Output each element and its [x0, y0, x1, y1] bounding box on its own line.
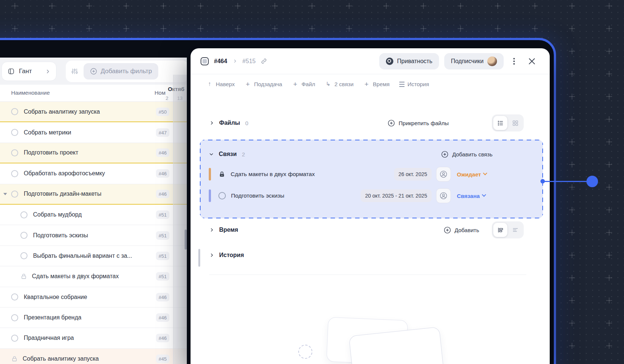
assignee-button[interactable] [436, 167, 451, 182]
assignee-button[interactable] [436, 188, 451, 203]
task-title: Собрать метрики [24, 129, 71, 136]
task-row[interactable]: Обработать аэрофотосъемку #46 [0, 163, 187, 184]
task-status-circle-icon[interactable] [11, 149, 18, 156]
time-section-row: Время Добавить [191, 221, 550, 238]
relations-header: Связи 2 Добавить связь [209, 145, 495, 163]
timeline-view-button[interactable] [493, 223, 507, 237]
task-status-circle-icon[interactable] [11, 108, 18, 115]
task-row[interactable]: Сдать макеты в двух форматах #51 [0, 266, 187, 287]
filter-bar: Добавить фильтр [66, 61, 187, 82]
chevron-right-icon[interactable] [209, 227, 214, 233]
task-list: Собрать аналитику запуска #50 Собрать ме… [0, 102, 187, 364]
task-title: Собрать аналитику запуска [24, 108, 100, 115]
task-row[interactable]: Подготовить дизайн-макеты #46 [0, 184, 187, 205]
files-section-title[interactable]: Файлы [219, 120, 240, 126]
grid-view-button[interactable] [508, 116, 522, 130]
privacy-button[interactable]: Приватность [379, 53, 439, 69]
time-section-title[interactable]: Время [219, 227, 238, 233]
history-section-title[interactable]: История [219, 252, 244, 259]
relation-row[interactable]: Подготовить эскизы 20 окт. 2025 - 21 окт… [209, 185, 495, 207]
chevron-right-icon[interactable] [209, 253, 214, 258]
add-time-label: Добавить [455, 227, 479, 233]
task-status-circle-icon[interactable] [11, 314, 18, 321]
relation-title: Подготовить эскизы [231, 192, 284, 199]
toolbar-action-button[interactable]: Время [363, 81, 390, 87]
subscribers-label: Подписчики [451, 58, 484, 65]
subscribers-button[interactable]: Подписчики [444, 53, 504, 69]
toolbar-action-button[interactable]: Наверх [206, 81, 235, 87]
modal-scrollbar-thumb[interactable] [198, 249, 200, 267]
task-row[interactable]: Презентация бренда #46 [0, 308, 187, 328]
add-relation-label: Добавить связь [452, 151, 493, 157]
toolbar-action-icon [206, 81, 213, 87]
files-section-row: Файлы 0 Прикрепить файлы [191, 114, 550, 131]
task-row[interactable]: Собрать аналитику запуска #50 [0, 102, 187, 122]
date-chip[interactable]: 26 окт. 2025 [394, 168, 432, 181]
toolbar-action-button[interactable]: 2 связи [325, 81, 354, 87]
task-status-circle-icon[interactable] [20, 232, 27, 239]
person-circle-icon [439, 192, 448, 200]
relations-count: 2 [242, 151, 245, 157]
breadcrumb-task-id[interactable]: #515 [243, 58, 256, 65]
subscriber-avatar [487, 56, 497, 66]
task-status-circle-icon[interactable] [11, 293, 18, 300]
filter-sliders-icon[interactable] [71, 67, 79, 75]
task-row[interactable]: Собрать метрики #47 [0, 122, 187, 143]
task-row[interactable]: Собрать мудборд #51 [0, 205, 187, 225]
plus-circle-icon [90, 68, 97, 75]
toolbar-action-button[interactable]: История [399, 81, 429, 87]
toolbar-action-label: Подзадача [254, 81, 282, 87]
task-row[interactable]: Подготовить проект #46 [0, 143, 187, 163]
task-status-circle-icon[interactable] [20, 252, 27, 259]
toolbar-action-icon [292, 81, 299, 87]
relation-status-label: Связана [457, 193, 480, 199]
task-title: Подготовить эскизы [33, 232, 88, 239]
task-row[interactable]: Выбрать финальный вариант с за... #51 [0, 246, 187, 266]
relation-row[interactable]: Сдать макеты в двух форматах 26 окт. 202… [209, 163, 495, 185]
breadcrumb-parent-id[interactable]: #464 [214, 58, 227, 65]
chevron-right-icon[interactable] [209, 120, 214, 126]
expand-arrow-icon[interactable] [3, 193, 7, 195]
list-view-button[interactable] [493, 116, 507, 130]
date-chip[interactable]: 20 окт. 2025 - 21 окт. 2025 [361, 189, 432, 202]
toolbar-action-button[interactable]: Файл [292, 81, 315, 87]
relation-color-bar [209, 168, 211, 181]
relation-status-dropdown[interactable]: Ожидает [457, 171, 495, 178]
chevron-down-icon[interactable] [209, 152, 214, 157]
attach-files-button[interactable]: Прикрепить файлы [385, 119, 451, 127]
task-id-badge: #46 [156, 149, 169, 157]
connector-drag-handle[interactable] [586, 176, 598, 187]
task-status-checkbox[interactable] [201, 57, 209, 65]
relations-section-title[interactable]: Связи [219, 151, 237, 157]
add-relation-button[interactable]: Добавить связь [439, 150, 495, 159]
link-icon[interactable] [261, 58, 267, 64]
task-id-badge: #51 [156, 211, 169, 219]
list-scrollbar-thumb[interactable] [185, 230, 187, 250]
task-row[interactable]: Собрать аналитику запуска #45 [0, 349, 187, 364]
task-row[interactable]: Праздничная игра #46 [0, 328, 187, 348]
task-status-circle-icon[interactable] [20, 211, 27, 218]
add-time-button[interactable]: Добавить [441, 226, 481, 234]
modal-toolbar: Наверх Подзадача Файл 2 связи [191, 74, 550, 94]
close-icon[interactable] [528, 58, 536, 65]
relation-status-dropdown[interactable]: Связана [457, 193, 495, 199]
task-row[interactable]: Квартальное собрание #46 [0, 287, 187, 308]
list-view-icon [497, 120, 504, 127]
task-status-circle-icon[interactable] [11, 129, 18, 136]
task-status-circle-icon[interactable] [11, 335, 18, 342]
task-status-circle-icon[interactable] [11, 170, 18, 177]
task-row[interactable]: Подготовить эскизы #51 [0, 225, 187, 246]
task-id-badge: #46 [156, 334, 169, 342]
toolbar-action-button[interactable]: Подзадача [244, 81, 282, 87]
relation-status-circle-icon[interactable] [218, 192, 226, 199]
view-switcher-button[interactable]: Гант [1, 62, 56, 81]
table-header: Наименование Ном Октяб 2 13 [0, 85, 187, 102]
task-title: Собрать аналитику запуска [23, 355, 99, 362]
task-status-circle-icon[interactable] [11, 191, 18, 198]
modal-header: #464 #515 Приватность Подписчики [191, 48, 550, 74]
more-options-icon[interactable] [513, 61, 515, 62]
rows-view-button[interactable] [508, 223, 522, 237]
add-filter-button[interactable]: Добавить фильтр [84, 63, 158, 79]
lock-icon [20, 273, 27, 280]
files-view-toggle [492, 114, 524, 131]
